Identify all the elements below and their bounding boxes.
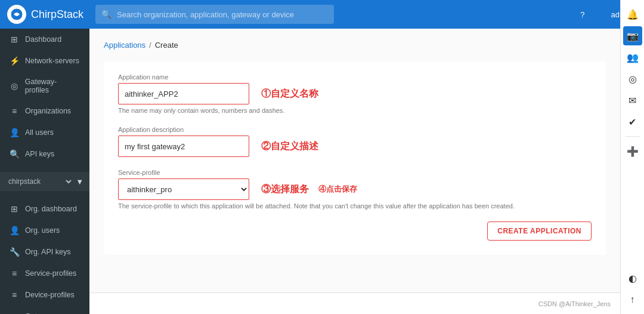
sidebar-label-dashboard: Dashboard [25,35,61,44]
logo-icon [7,5,26,24]
sidebar-item-org-users[interactable]: 👤 Org. users [0,220,89,241]
sidebar-label-all-users: All users [25,128,54,137]
sidebar-label-network-servers: Network-servers [25,57,79,65]
org-users-icon: 👤 [10,226,19,235]
sidebar-item-organizations[interactable]: ≡ Organizations [0,100,89,122]
chevron-down-icon: ▼ [76,177,83,186]
organizations-icon: ≡ [10,106,19,116]
create-application-button[interactable]: CREATE APPLICATION [487,221,592,241]
service-profile-annotation: ③选择服务 [261,183,309,196]
account-icon: 👤 [599,10,609,19]
rs-icon-bottom-1[interactable]: ◐ [623,269,642,288]
app-desc-label: Application description [118,126,592,133]
rs-icon-6[interactable]: ✔ [623,112,642,131]
bottom-bar: CSDN @AiThinker_Jens [89,293,620,314]
org-selector[interactable]: chirpstack ▼ [0,172,89,191]
content-area: Applications / Create Application name ①… [89,29,620,314]
app-desc-annotation: ②自定义描述 [261,140,318,153]
search-bar[interactable]: 🔍 [95,5,334,24]
device-profiles-icon: ≡ [10,290,19,300]
brand-name: ChirpStack [31,8,83,21]
search-input[interactable] [95,5,334,24]
sidebar-item-org-dashboard[interactable]: ⊞ Org. dashboard [0,198,89,220]
sidebar-label-api-keys: API keys [25,150,54,158]
create-application-form: Application name ①自定义名称 The name may onl… [104,61,606,255]
app-name-hint: The name may only contain words, numbers… [118,107,592,114]
org-api-keys-icon: 🔧 [10,247,19,257]
sidebar-label-gateway-profiles: Gateway-profiles [25,78,80,94]
rs-icon-4[interactable]: ◎ [623,69,642,88]
sidebar-label-organizations: Organizations [25,107,71,115]
service-profiles-icon: ≡ [10,269,19,278]
api-keys-icon: 🔍 [10,149,19,159]
help-button[interactable]: ? [575,8,589,21]
app-name-row: ①自定义名称 [118,83,592,104]
left-sidebar: ⊞ Dashboard ⚡ Network-servers ◎ Gateway-… [0,29,89,314]
org-dashboard-icon: ⊞ [10,204,19,214]
search-icon: 🔍 [101,10,112,19]
rs-divider [626,136,640,137]
sidebar-label-org-users: Org. users [25,226,60,235]
app-desc-input[interactable] [118,136,249,157]
sidebar-item-gateway-profiles[interactable]: ◎ Gateway-profiles [0,72,89,100]
help-icon: ? [580,10,584,19]
breadcrumb-current: Create [155,41,178,50]
main-layout: ⊞ Dashboard ⚡ Network-servers ◎ Gateway-… [0,29,620,314]
sidebar-label-org-api-keys: Org. API keys [25,248,70,256]
network-icon: ⚡ [10,56,19,66]
service-profile-group: Service-profile aithinker_pro ③选择服务 ④点击保… [118,169,592,210]
gateways-icon: ◎ [10,312,19,314]
org-select-dropdown[interactable]: chirpstack [6,177,73,186]
rs-icon-5[interactable]: ✉ [623,91,642,110]
rs-icon-2[interactable]: 📷 [623,26,642,45]
sidebar-item-device-profiles[interactable]: ≡ Device-profiles [0,284,89,306]
csdn-text: CSDN @AiThinker_Jens [538,300,611,307]
sidebar-item-service-profiles[interactable]: ≡ Service-profiles [0,263,89,284]
sidebar-label-org-dashboard: Org. dashboard [25,205,77,213]
sidebar-item-gateways[interactable]: ◎ Gateways [0,306,89,314]
rs-icon-add[interactable]: ➕ [623,141,642,161]
service-profile-select[interactable]: aithinker_pro [118,178,249,200]
service-profile-row: aithinker_pro ③选择服务 ④点击保存 [118,178,592,200]
rs-icon-bottom-2[interactable]: ↑ [623,290,642,309]
brand-logo: ChirpStack [7,5,83,24]
right-sidebar: 🔔 📷 👥 ◎ ✉ ✔ ➕ ◐ ↑ [620,0,644,314]
app-name-input[interactable] [118,83,249,104]
app-name-label: Application name [118,73,592,81]
app-name-annotation: ①自定义名称 [261,88,318,100]
service-profile-hint: The service-profile to which this applic… [118,202,592,210]
breadcrumb-separator: / [149,41,151,50]
users-icon: 👤 [10,128,19,137]
sidebar-label-service-profiles: Service-profiles [25,269,76,278]
app-desc-row: ②自定义描述 [118,136,592,157]
sidebar-item-dashboard[interactable]: ⊞ Dashboard [0,29,89,50]
gateway-profiles-icon: ◎ [10,81,19,91]
rs-icon-1[interactable]: 🔔 [623,5,642,24]
dashboard-icon: ⊞ [10,35,19,44]
save-annotation: ④点击保存 [318,184,357,195]
sidebar-item-org-api-keys[interactable]: 🔧 Org. API keys [0,241,89,263]
form-actions: CREATE APPLICATION [118,221,592,241]
sidebar-item-api-keys[interactable]: 🔍 API keys [0,143,89,165]
sidebar-item-network-servers[interactable]: ⚡ Network-servers [0,50,89,72]
app-name-group: Application name ①自定义名称 The name may onl… [118,73,592,114]
app-desc-group: Application description ②自定义描述 [118,126,592,157]
rs-icon-3[interactable]: 👥 [623,48,642,67]
sidebar-item-all-users[interactable]: 👤 All users [0,122,89,143]
breadcrumb-applications-link[interactable]: Applications [104,41,145,50]
sidebar-label-device-profiles: Device-profiles [25,291,75,299]
breadcrumb: Applications / Create [104,41,606,50]
service-profile-label: Service-profile [118,169,592,176]
navbar: ChirpStack 🔍 ? 👤 admin [0,0,644,29]
